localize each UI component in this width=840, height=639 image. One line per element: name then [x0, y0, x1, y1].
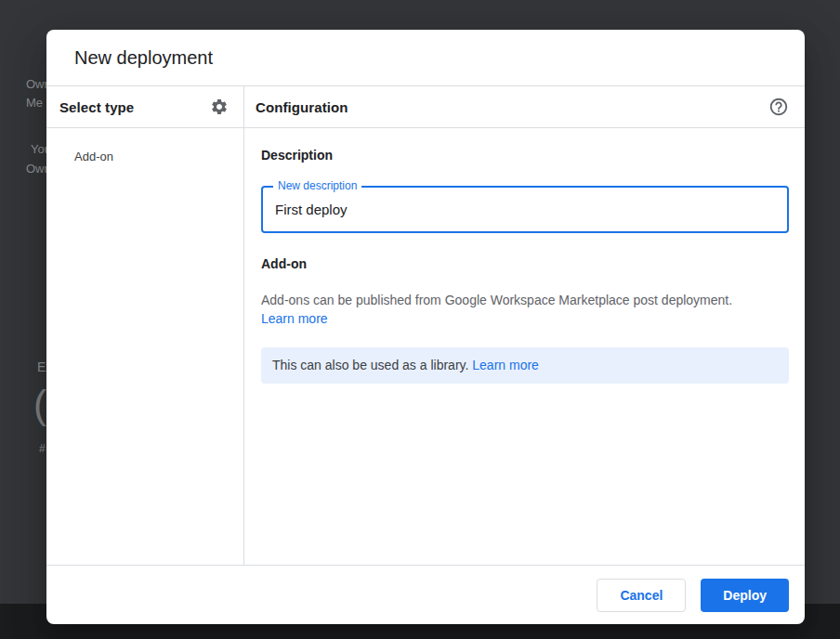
description-field-floating-label: New description — [273, 179, 361, 192]
configuration-panel: Configuration Description New descriptio… — [244, 86, 805, 565]
description-field: New description — [261, 186, 789, 233]
settings-gear-icon[interactable] — [208, 96, 230, 118]
dialog-header: New deployment — [46, 30, 805, 86]
description-label: Description — [261, 148, 789, 163]
background-text-fragment: ( — [33, 383, 46, 427]
background-text-fragment: Me — [26, 96, 43, 110]
learn-more-link[interactable]: Learn more — [261, 311, 328, 326]
library-info-text: This can also be used as a library. — [272, 358, 468, 372]
addon-description-text: Add-ons can be published from Google Wor… — [261, 291, 789, 309]
select-type-panel: Select type Add-on — [46, 86, 244, 565]
type-item-addon[interactable]: Add-on — [46, 137, 243, 175]
configuration-header-row: Configuration — [244, 86, 805, 128]
screen: Own Me You Own Ex ( # New deployment Sel… — [0, 0, 840, 639]
dialog-title: New deployment — [74, 47, 213, 69]
configuration-header: Configuration — [256, 99, 348, 115]
library-learn-more-link[interactable]: Learn more — [472, 357, 539, 374]
help-circle-icon[interactable] — [768, 96, 790, 118]
select-type-header: Select type — [59, 99, 134, 115]
new-deployment-dialog: New deployment Select type Add-on Config… — [46, 30, 805, 624]
addon-section-title: Add-on — [261, 256, 789, 271]
background-text-fragment: # — [39, 442, 46, 455]
library-info-box: This can also be used as a library. Lear… — [261, 347, 789, 384]
select-type-header-row: Select type — [46, 86, 243, 128]
dialog-footer: Cancel Deploy — [46, 566, 805, 624]
dialog-body: Select type Add-on Configuration — [46, 86, 805, 566]
configuration-content: Description New description Add-on Add-o… — [244, 128, 805, 384]
description-input[interactable] — [263, 188, 787, 231]
deploy-button[interactable]: Deploy — [701, 579, 789, 612]
cancel-button[interactable]: Cancel — [597, 579, 686, 612]
